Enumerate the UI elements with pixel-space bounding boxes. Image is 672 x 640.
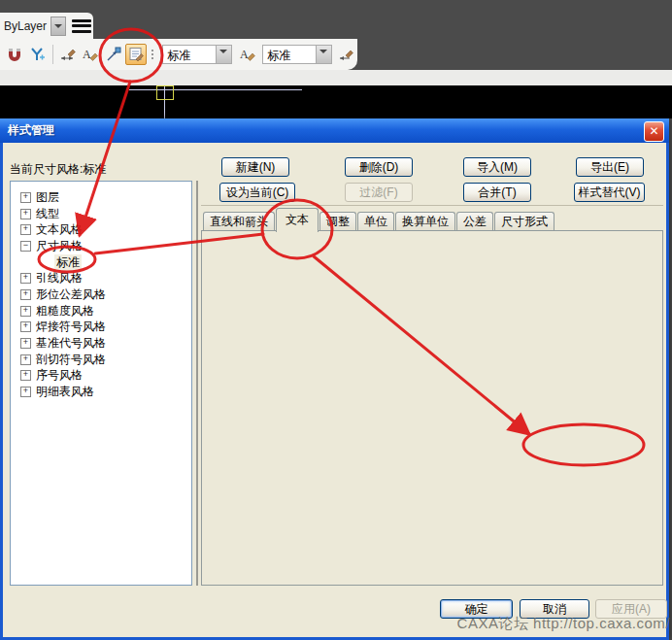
toolbar-lower-strip [0, 70, 672, 85]
tree-expand-icon[interactable]: + [20, 306, 31, 317]
tree-collapse-icon[interactable]: − [20, 241, 31, 252]
set-current-button[interactable]: 设为当前(C) [219, 183, 295, 202]
crosshair-horizontal [129, 89, 302, 90]
tree-expand-icon[interactable]: + [20, 338, 31, 349]
text-style-icon[interactable]: A [81, 44, 101, 65]
filter-button: 过滤(F) [345, 183, 413, 202]
splitter[interactable] [196, 181, 198, 586]
dimension-brush-icon[interactable] [337, 44, 357, 65]
tab-alt-units[interactable]: 换算单位 [395, 212, 455, 231]
toolbar-grip-dots [151, 45, 156, 64]
chevron-down-icon [219, 50, 227, 57]
dimension-edit-icon[interactable] [103, 44, 123, 65]
tree-item-label[interactable]: 序号风格 [36, 367, 83, 384]
tab-text[interactable]: 文本 [276, 208, 319, 232]
tree-expand-icon[interactable]: + [20, 273, 31, 284]
style-toolbar: A 标准 A 标准 [0, 39, 357, 70]
style-override-button[interactable]: 样式替代(V) [574, 183, 645, 202]
layer-combo-dropdown-button[interactable] [50, 17, 66, 36]
tree-item-label[interactable]: 线型 [36, 206, 59, 222]
dialog-title: 样式管理 [0, 122, 54, 139]
dimension-style-combo[interactable]: 标准 [162, 45, 232, 64]
layer-combo-panel: ByLayer [0, 13, 93, 39]
layer-combo-value[interactable]: ByLayer [4, 19, 50, 33]
tab-page-text [201, 230, 663, 586]
import-button[interactable]: 导入(M) [463, 157, 531, 177]
tree-item-label[interactable]: 形位公差风格 [36, 286, 106, 303]
tab-units[interactable]: 单位 [357, 212, 394, 231]
merge-button[interactable]: 合并(T) [463, 183, 531, 202]
tree-item-label[interactable]: 焊接符号风格 [36, 319, 106, 335]
tree-item-label[interactable]: 剖切符号风格 [36, 352, 106, 368]
toolbar-separator [52, 45, 53, 64]
dimension-style-icon[interactable] [57, 44, 78, 65]
close-icon[interactable]: ✕ [644, 121, 664, 142]
cad-drawing-area[interactable] [0, 85, 672, 118]
delete-button[interactable]: 删除(D) [345, 157, 413, 177]
tab-adjust[interactable]: 调整 [319, 212, 356, 231]
tree-item-weld[interactable]: +焊接符号风格 [11, 320, 191, 336]
tab-dim-form[interactable]: 尺寸形式 [494, 212, 554, 231]
menu-icon[interactable] [72, 19, 91, 33]
tree-item-label[interactable]: 图层 [36, 189, 59, 206]
dimension-style-combo-dropdown[interactable] [216, 46, 231, 63]
tree-item-leader[interactable]: +引线风格 [11, 270, 191, 286]
tree-item-label[interactable]: 文本风格 [36, 221, 83, 238]
text-style-combo-dropdown[interactable] [316, 46, 331, 63]
tab-tolerance[interactable]: 公差 [456, 212, 493, 231]
tree-item-bom[interactable]: +明细表风格 [11, 384, 191, 400]
tree-item-geomtol[interactable]: +形位公差风格 [11, 286, 191, 303]
style-manager-dialog: 样式管理 ✕ 当前尺寸风格:标准 新建(N) 删除(D) 导入(M) 导出(E)… [0, 118, 669, 640]
tab-lines-arrows[interactable]: 直线和箭头 [203, 212, 275, 231]
tree-item-textstyle[interactable]: +文本风格 [11, 221, 191, 238]
tree-expand-icon[interactable]: + [20, 209, 31, 219]
new-button[interactable]: 新建(N) [221, 157, 289, 177]
dialog-border-left [0, 118, 3, 640]
tree-item-linetype[interactable]: +线型 [11, 206, 191, 222]
text-style-edit-icon[interactable]: A [237, 44, 257, 65]
tree-item-label[interactable]: 引线风格 [36, 270, 83, 286]
tree-item-label[interactable]: 尺寸风格 [36, 238, 83, 254]
dialog-titlebar[interactable]: 样式管理 ✕ [0, 118, 669, 143]
tree-item-label[interactable]: 粗糙度风格 [36, 303, 94, 320]
magnet-snap-icon[interactable] [4, 44, 24, 65]
tree-expand-icon[interactable]: + [20, 354, 31, 365]
object-snap-icon[interactable] [26, 44, 47, 65]
tree-item-datum[interactable]: +基准代号风格 [11, 335, 191, 352]
tree-item-label[interactable]: 标准 [54, 254, 82, 271]
tree-item-section[interactable]: +剖切符号风格 [11, 352, 191, 368]
tree-item-roughness[interactable]: +粗糙度风格 [11, 303, 191, 320]
tree-expand-icon[interactable]: + [20, 387, 31, 397]
tree-item-label[interactable]: 明细表风格 [36, 384, 94, 400]
tree-expand-icon[interactable]: + [20, 370, 31, 381]
svg-text:A: A [83, 48, 91, 61]
text-style-combo-value: 标准 [263, 46, 316, 63]
tree-item-standard[interactable]: 标准 [11, 254, 191, 271]
tree-expand-icon[interactable]: + [20, 289, 31, 300]
tree-expand-icon[interactable]: + [20, 321, 31, 332]
export-button[interactable]: 导出(E) [576, 157, 644, 177]
tree-item-dimstyle[interactable]: −尺寸风格 [11, 238, 191, 254]
tree-expand-icon[interactable]: + [20, 192, 31, 203]
tab-strip-top-line [201, 205, 663, 206]
tree-item-layer[interactable]: +图层 [11, 189, 191, 206]
chevron-down-icon [54, 24, 62, 32]
dialog-border-right [666, 118, 669, 640]
crosshair-pickbox [156, 85, 174, 100]
svg-text:A: A [240, 48, 249, 61]
tree-item-label[interactable]: 基准代号风格 [36, 335, 106, 352]
text-style-combo[interactable]: 标准 [262, 45, 332, 64]
dimension-style-combo-value: 标准 [163, 46, 216, 63]
tree-expand-icon[interactable]: + [20, 224, 31, 235]
tree-item-serial[interactable]: +序号风格 [11, 368, 191, 385]
current-style-label: 当前尺寸风格:标准 [10, 161, 106, 178]
style-tree: +图层 +线型 +文本风格 −尺寸风格 标准 +引线风格 +形位公差风格 +粗糙… [10, 181, 192, 586]
chevron-down-icon [319, 50, 327, 57]
style-manager-icon[interactable] [125, 44, 146, 65]
forum-watermark: CAXA论坛 http://top.caxa.com/ [0, 615, 670, 633]
top-bar [0, 0, 672, 39]
screen: ByLayer A 标准 A 标准 [0, 0, 672, 640]
